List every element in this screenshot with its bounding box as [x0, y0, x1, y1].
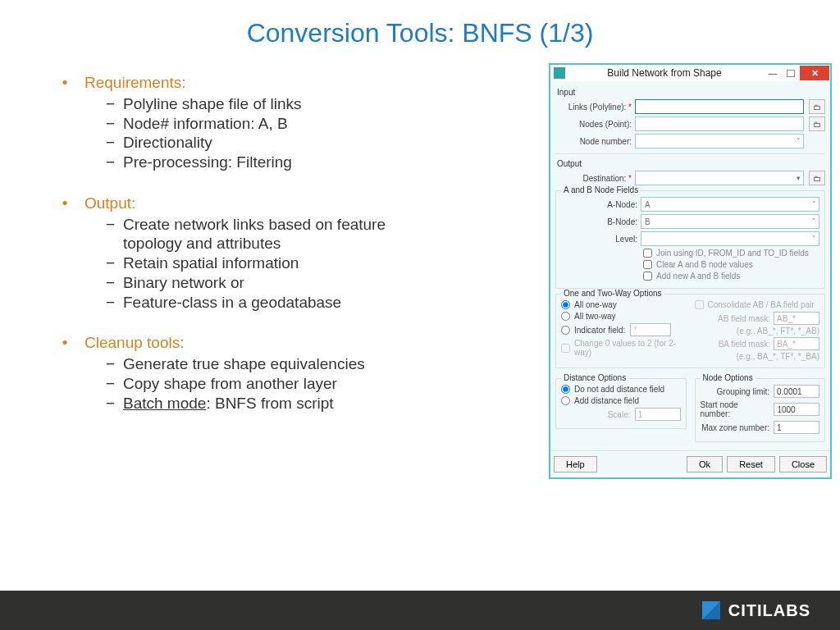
chevron-down-icon: ▾	[797, 174, 801, 182]
level-select[interactable]: ˅	[641, 231, 819, 246]
group-twoway: One and Two-Way Options All one-way All …	[555, 294, 825, 368]
indicator-field-select[interactable]: ˅	[630, 323, 671, 336]
chevron-down-icon: ˅	[812, 235, 816, 243]
chk-clear-ab[interactable]	[643, 260, 652, 269]
section-requirements: •Requirements: −Polyline shape file of l…	[45, 73, 528, 172]
section-heading: Cleanup tools:	[84, 333, 184, 353]
radio-all-oneway[interactable]	[561, 300, 570, 309]
slide-title: Conversion Tools: BNFS (1/3)	[0, 0, 840, 48]
footer-bar: CITILABS	[0, 591, 840, 630]
list-item: −Batch mode: BNFS from script	[45, 394, 528, 413]
list-item: −Binary network or	[45, 273, 528, 293]
reset-button[interactable]: Reset	[727, 456, 775, 472]
folder-icon: 🗀	[813, 174, 821, 183]
ok-button[interactable]: Ok	[687, 456, 723, 472]
titlebar: Build Network from Shape — ✕	[550, 63, 830, 81]
chk-change0	[561, 344, 570, 353]
section-cleanup: •Cleanup tools: −Generate true shape equ…	[45, 333, 528, 413]
chevron-down-icon: ˅	[797, 137, 801, 145]
destination-field[interactable]: ▾	[635, 171, 804, 185]
radio-indicator[interactable]	[561, 326, 570, 335]
minimize-button[interactable]: —	[764, 66, 782, 80]
group-node-options: Node Options Grouping limit:0.0001 Start…	[695, 378, 826, 442]
chk-join-id[interactable]	[643, 249, 652, 258]
section-heading: Requirements:	[84, 73, 186, 93]
brand-name: CITILABS	[728, 601, 810, 620]
section-heading: Output:	[84, 194, 135, 213]
node-number-select[interactable]: ˅	[635, 134, 804, 148]
browse-links-button[interactable]: 🗀	[809, 99, 825, 114]
slide-body: •Requirements: −Polyline shape file of l…	[0, 48, 840, 479]
help-button[interactable]: Help	[554, 456, 597, 472]
group-input: Input	[557, 88, 825, 97]
group-distance: Distance Options Do not add distance fie…	[555, 378, 687, 429]
list-item: −Pre-processing: Filtering	[45, 153, 528, 172]
dialog-build-network: Build Network from Shape — ✕ Input Links…	[549, 63, 832, 479]
list-item: −Generate true shape equivalencies	[45, 354, 528, 374]
max-zone-field[interactable]: 1	[774, 421, 819, 434]
start-node-field[interactable]: 1000	[774, 403, 819, 416]
text-column: •Requirements: −Polyline shape file of l…	[45, 73, 528, 479]
list-item: −Node# information: A, B	[45, 114, 528, 134]
radio-add-distance[interactable]	[561, 396, 570, 405]
grouping-limit-field[interactable]: 0.0001	[774, 385, 819, 398]
chk-add-ab[interactable]	[643, 272, 652, 281]
scale-field: 1	[635, 408, 681, 421]
b-node-select[interactable]: B˅	[641, 214, 819, 229]
close-button[interactable]: ✕	[800, 66, 829, 80]
list-item: −Polyline shape file of links	[45, 94, 528, 114]
browse-dest-button[interactable]: 🗀	[809, 171, 825, 185]
folder-icon: 🗀	[813, 103, 821, 112]
chevron-down-icon: ˅	[812, 200, 816, 208]
chevron-down-icon: ˅	[812, 217, 816, 226]
logo-icon	[702, 601, 720, 619]
browse-nodes-button[interactable]: 🗀	[809, 116, 825, 131]
radio-all-twoway[interactable]	[561, 312, 570, 321]
window-title: Build Network from Shape	[565, 67, 764, 79]
maximize-button[interactable]	[782, 66, 800, 80]
folder-icon: 🗀	[813, 120, 821, 129]
list-item: −Create network links based on feature t…	[45, 215, 528, 254]
list-item: −Copy shape from another layer	[45, 374, 528, 394]
chk-consolidate	[695, 300, 704, 309]
list-item: −Directionality	[45, 133, 528, 153]
group-ab-node-fields: A and B Node Fields A-Node:A˅ B-Node:B˅ …	[555, 190, 825, 289]
close-dialog-button[interactable]: Close	[779, 456, 827, 472]
ba-mask-field: BA_*	[774, 337, 819, 350]
section-output: •Output: −Create network links based on …	[45, 194, 528, 313]
links-polyline-field[interactable]	[635, 99, 804, 114]
list-item: −Feature-class in a geodatabase	[45, 293, 528, 313]
radio-no-distance[interactable]	[561, 385, 570, 394]
a-node-select[interactable]: A˅	[641, 197, 819, 212]
nodes-point-field[interactable]	[635, 116, 804, 131]
ab-mask-field: AB_*	[774, 312, 819, 325]
list-item: −Retain spatial information	[45, 253, 528, 273]
group-output: Output	[557, 159, 825, 168]
app-icon	[554, 67, 565, 79]
